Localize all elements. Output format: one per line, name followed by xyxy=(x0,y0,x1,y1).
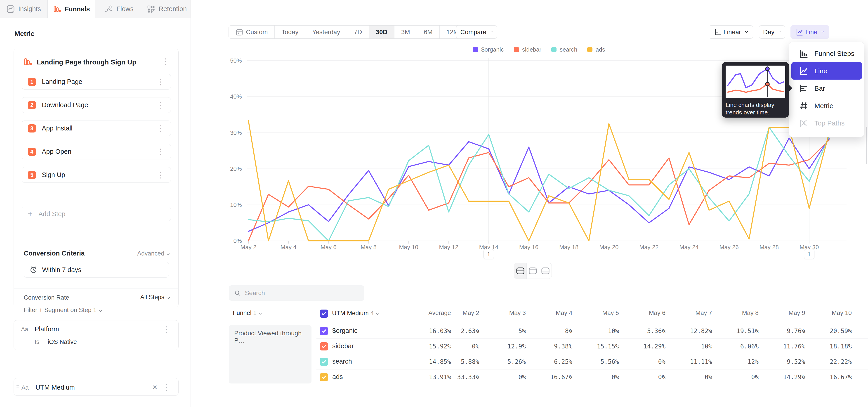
conversion-rate-label: Conversion Rate xyxy=(24,294,69,301)
chevron-down-icon xyxy=(166,296,170,299)
date-column-header[interactable]: May 6 xyxy=(649,310,665,317)
filter-segment-dropdown[interactable]: Filter + Segment on Step 1 xyxy=(24,307,101,314)
cell-value: 11.76% xyxy=(783,343,805,350)
step-menu-icon[interactable]: ⋮ xyxy=(157,101,165,109)
filter-operator[interactable]: Is xyxy=(35,339,39,345)
annotation-badge[interactable]: 1 xyxy=(804,249,814,259)
range-custom[interactable]: Custom xyxy=(229,26,275,38)
granularity-dropdown[interactable]: Day xyxy=(759,25,785,39)
funnels-icon xyxy=(53,5,61,13)
legend-item[interactable]: search xyxy=(551,46,577,53)
range-6m[interactable]: 6M xyxy=(417,26,440,38)
y-axis-label: 10% xyxy=(215,201,242,209)
tooltip-mini-chart xyxy=(725,66,785,98)
legend-swatch xyxy=(587,47,592,52)
breakdown-menu-icon[interactable]: ⋮ xyxy=(162,383,170,392)
legend-item[interactable]: $organic xyxy=(473,46,504,53)
search-input[interactable] xyxy=(245,289,359,296)
y-axis-label: 30% xyxy=(215,129,242,136)
filter-property[interactable]: Platform xyxy=(35,325,59,333)
remove-breakdown-icon[interactable]: ✕ xyxy=(152,384,158,391)
funnel-step-row[interactable]: 2Download Page⋮ xyxy=(22,97,171,113)
legend-label: search xyxy=(560,46,577,53)
annotation-badge[interactable]: 1 xyxy=(484,249,494,259)
step-menu-icon[interactable]: ⋮ xyxy=(157,148,165,156)
linear-scale-icon xyxy=(714,28,722,36)
range-today[interactable]: Today xyxy=(275,26,305,38)
date-column-header[interactable]: May 3 xyxy=(509,310,526,317)
range-7d[interactable]: 7D xyxy=(347,26,369,38)
compare-button[interactable]: Compare xyxy=(456,25,497,39)
date-column-header[interactable]: May 8 xyxy=(742,310,758,317)
layout-table-only-button[interactable] xyxy=(539,263,552,279)
menu-item-metric[interactable]: Metric xyxy=(792,97,862,115)
date-column-header[interactable]: May 5 xyxy=(602,310,619,317)
tab-funnels[interactable]: Funnels xyxy=(48,0,95,18)
breakdown-property[interactable]: UTM Medium xyxy=(35,384,75,391)
cell-value: 16.67% xyxy=(550,374,572,380)
step-menu-icon[interactable]: ⋮ xyxy=(157,124,165,132)
date-column-header[interactable]: May 9 xyxy=(788,310,805,317)
step-menu-icon[interactable]: ⋮ xyxy=(157,78,165,86)
funnel-column-header[interactable]: Funnel 1 xyxy=(233,310,261,317)
date-column-header[interactable]: May 2 xyxy=(463,310,479,317)
cell-value: 0% xyxy=(658,374,665,380)
range-30d[interactable]: 30D xyxy=(369,26,394,38)
tooltip-arrow xyxy=(789,85,792,92)
series-line-ads[interactable] xyxy=(248,121,829,241)
row-checkbox[interactable] xyxy=(320,358,328,366)
x-axis-label: May 12 xyxy=(439,244,458,251)
funnel-step-row[interactable]: 3App Install⋮ xyxy=(22,121,171,136)
select-all-checkbox[interactable] xyxy=(320,310,328,318)
layout-split-button[interactable] xyxy=(514,263,527,279)
layout-chart-only-button[interactable] xyxy=(527,263,539,279)
conversion-window-label: Within 7 days xyxy=(42,266,81,274)
advanced-dropdown[interactable]: Advanced xyxy=(137,250,169,257)
drag-handle-icon[interactable] xyxy=(16,384,21,390)
cell-value: 9.76% xyxy=(787,327,805,335)
cell-value: 0% xyxy=(658,358,665,365)
cell-value: 20.59% xyxy=(830,327,852,335)
breakdown-column-header[interactable]: UTM Medium 4 xyxy=(320,310,379,318)
table-row: $organic16.03%2.63%5%8%10%5.36%12.82%19.… xyxy=(191,323,868,339)
step-label: Sign Up xyxy=(42,171,151,179)
tab-retention[interactable]: Retention xyxy=(143,0,191,18)
tab-insights[interactable]: Insights xyxy=(0,0,48,18)
x-axis-label: May 28 xyxy=(760,244,779,251)
conversion-window-row[interactable]: Within 7 days xyxy=(24,262,169,278)
date-column-header[interactable]: May 7 xyxy=(695,310,712,317)
range-yesterday[interactable]: Yesterday xyxy=(305,26,347,38)
add-step-button[interactable]: + Add Step xyxy=(22,207,171,221)
funnel-card-menu-icon[interactable]: ⋮ xyxy=(162,57,170,66)
average-column-header[interactable]: Average xyxy=(428,310,451,317)
scrollbar-thumb[interactable] xyxy=(866,127,867,164)
range-3m[interactable]: 3M xyxy=(395,26,417,38)
funnel-step-row[interactable]: 4App Open⋮ xyxy=(22,144,171,159)
legend-item[interactable]: sidebar xyxy=(514,46,541,53)
legend-item[interactable]: ads xyxy=(587,46,605,53)
tab-flows[interactable]: Flows xyxy=(95,0,143,18)
filter-menu-icon[interactable]: ⋮ xyxy=(162,325,170,334)
menu-item-bar[interactable]: Bar xyxy=(792,80,862,97)
date-column-header[interactable]: May 4 xyxy=(556,310,572,317)
menu-item-funnel-steps[interactable]: Funnel Steps xyxy=(792,45,862,62)
chevron-down-icon xyxy=(822,30,825,33)
funnel-step-row[interactable]: 5Sign Up⋮ xyxy=(22,167,171,183)
cell-value: 16.67% xyxy=(830,374,852,380)
row-checkbox[interactable] xyxy=(320,342,328,350)
cell-value: 2.63% xyxy=(461,327,479,335)
granularity-label: Day xyxy=(763,29,774,36)
chart-type-label: Line xyxy=(805,29,817,36)
date-column-header[interactable]: May 10 xyxy=(832,310,852,317)
menu-item-line[interactable]: Line xyxy=(792,62,862,80)
chart-type-dropdown[interactable]: Line xyxy=(790,25,829,39)
series-line-search[interactable] xyxy=(248,127,829,241)
step-menu-icon[interactable]: ⋮ xyxy=(157,171,165,179)
advanced-label: Advanced xyxy=(137,250,164,257)
conversion-rate-dropdown[interactable]: All Steps xyxy=(140,294,169,301)
row-checkbox[interactable] xyxy=(320,373,328,381)
row-checkbox[interactable] xyxy=(320,327,328,335)
filter-value[interactable]: iOS Native xyxy=(48,339,77,345)
scale-dropdown[interactable]: Linear xyxy=(709,25,753,39)
funnel-step-row[interactable]: 1Landing Page⋮ xyxy=(22,74,171,90)
